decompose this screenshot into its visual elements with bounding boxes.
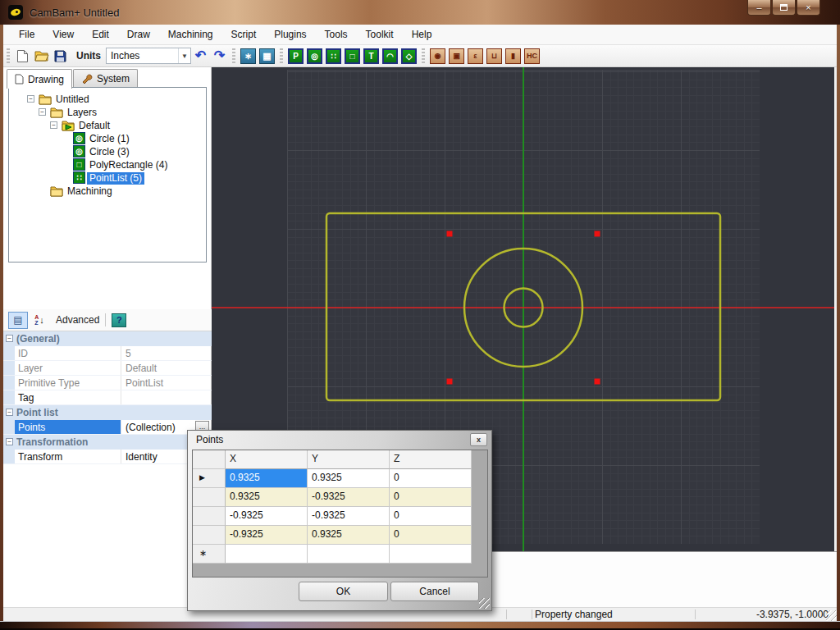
toolbar-grip[interactable] xyxy=(422,48,425,63)
toolbar-grip[interactable] xyxy=(7,48,10,63)
row-selector[interactable] xyxy=(193,488,226,507)
toolbar-grip[interactable] xyxy=(280,48,283,63)
dialog-resize-grip[interactable] xyxy=(479,598,490,609)
draw-circle-button[interactable]: ◎ xyxy=(306,48,323,65)
resize-grip[interactable] xyxy=(826,610,837,621)
menu-edit[interactable]: Edit xyxy=(83,25,118,45)
cell-x[interactable]: 0.9325 xyxy=(226,488,308,507)
maximize-button[interactable] xyxy=(772,0,796,16)
title-bar[interactable]: CamBam+ Untitled – × xyxy=(0,0,840,25)
draw-surface-button[interactable]: ◇ xyxy=(400,48,418,65)
property-row-tag[interactable]: Tag xyxy=(3,390,212,405)
draw-arc-button[interactable]: ◠ xyxy=(381,48,399,65)
menu-toolkit[interactable]: Toolkit xyxy=(357,25,403,45)
cell-z[interactable]: 0 xyxy=(390,507,472,526)
tree-item-default-layer[interactable]: − Default xyxy=(9,119,206,132)
units-select[interactable]: Inches ▼ xyxy=(106,48,191,64)
draw-rectangle-button[interactable]: □ xyxy=(344,48,361,65)
chevron-down-icon[interactable]: ▼ xyxy=(178,48,190,63)
collapse-icon[interactable]: − xyxy=(39,108,46,116)
new-row-indicator[interactable]: ∗ xyxy=(193,545,226,564)
column-header-x[interactable]: X xyxy=(226,450,308,469)
drill-bit-button[interactable]: ▮ xyxy=(504,48,522,65)
cell-z[interactable] xyxy=(390,545,472,564)
engrave-button[interactable]: ε xyxy=(467,48,484,65)
collapse-icon[interactable]: − xyxy=(6,409,13,416)
menu-draw[interactable]: Draw xyxy=(118,25,159,45)
menu-machining[interactable]: Machining xyxy=(159,25,222,45)
alphabetical-sort-button[interactable]: AZ↓ xyxy=(30,312,49,329)
cell-x[interactable]: -0.9325 xyxy=(226,507,308,526)
hc-button[interactable]: HC xyxy=(523,48,541,65)
column-header-z[interactable]: Z xyxy=(390,450,472,469)
tree-item-circle-3[interactable]: ◎ Circle (3) xyxy=(9,145,206,158)
minimize-button[interactable]: – xyxy=(747,0,771,16)
cell-y[interactable]: 0.9325 xyxy=(308,526,390,545)
point-marker[interactable] xyxy=(447,231,453,237)
open-file-button[interactable] xyxy=(33,48,50,65)
menu-plugins[interactable]: Plugins xyxy=(265,25,315,45)
cell-x[interactable] xyxy=(226,545,308,564)
save-file-button[interactable] xyxy=(52,48,69,65)
property-value[interactable] xyxy=(121,390,212,404)
row-selector[interactable] xyxy=(193,526,226,545)
point-marker[interactable] xyxy=(447,379,453,385)
help-button[interactable]: ? xyxy=(112,313,126,327)
tree-item-machining[interactable]: Machining xyxy=(9,185,206,198)
property-row-layer[interactable]: Layer Default xyxy=(3,361,212,376)
draw-text-button[interactable]: T xyxy=(363,48,380,65)
property-row-transform[interactable]: Transform Identity xyxy=(3,450,212,464)
row-selector[interactable] xyxy=(193,507,226,526)
menu-script[interactable]: Script xyxy=(222,25,266,45)
tab-drawing[interactable]: Drawing xyxy=(7,69,72,89)
tree-item-layers[interactable]: − Layers xyxy=(9,106,206,119)
pocket-button[interactable]: ▣ xyxy=(448,48,465,65)
tree-item-pointlist-5[interactable]: ∷ PointList (5) xyxy=(9,171,206,185)
cell-y[interactable]: 0.9325 xyxy=(308,469,390,488)
advanced-button[interactable]: Advanced xyxy=(56,314,99,326)
menu-view[interactable]: View xyxy=(43,25,83,45)
profile-button[interactable]: ⊔ xyxy=(486,48,503,65)
menu-help[interactable]: Help xyxy=(403,25,441,45)
toolbar-grip[interactable] xyxy=(232,48,235,63)
tree-item-untitled[interactable]: − Untitled xyxy=(9,93,206,106)
categorized-view-button[interactable]: ▤ xyxy=(8,312,28,329)
property-row-points[interactable]: Points (Collection) ... xyxy=(3,420,212,435)
drill-button[interactable]: ◉ xyxy=(429,48,446,65)
tree-item-polyrectangle-4[interactable]: □ PolyRectangle (4) xyxy=(9,158,206,171)
point-marker[interactable] xyxy=(595,379,600,385)
cell-z[interactable]: 0 xyxy=(390,488,472,507)
undo-button[interactable]: ↶ xyxy=(192,48,209,65)
collapse-icon[interactable]: − xyxy=(50,121,57,129)
tree-item-circle-1[interactable]: ◎ Circle (1) xyxy=(9,132,206,145)
collapse-icon[interactable]: − xyxy=(6,335,13,342)
collapse-icon[interactable]: − xyxy=(6,438,13,445)
cell-y[interactable]: -0.9325 xyxy=(308,507,390,526)
cell-z[interactable]: 0 xyxy=(390,526,472,545)
grid-toggle-button[interactable]: ▦ xyxy=(258,48,276,65)
tab-system[interactable]: System xyxy=(73,69,138,87)
cell-x[interactable]: -0.9325 xyxy=(226,526,308,545)
property-category-transformation[interactable]: − Transformation xyxy=(3,435,212,450)
menu-tools[interactable]: Tools xyxy=(316,25,357,45)
dialog-title-bar[interactable]: Points xyxy=(188,431,491,449)
redo-button[interactable]: ↷ xyxy=(211,48,228,65)
property-row-id[interactable]: ID 5 xyxy=(3,346,212,361)
draw-points-button[interactable]: ∷ xyxy=(325,48,342,65)
cell-z[interactable]: 0 xyxy=(390,469,472,488)
zoom-extents-button[interactable]: ∗ xyxy=(240,48,257,65)
point-marker[interactable] xyxy=(595,231,600,237)
column-header-y[interactable]: Y xyxy=(308,450,390,469)
property-row-primitive-type[interactable]: Primitive Type PointList xyxy=(3,376,212,390)
current-row-indicator[interactable]: ▶ xyxy=(193,469,226,488)
close-button[interactable]: × xyxy=(797,0,820,16)
new-file-button[interactable] xyxy=(14,48,31,65)
cell-y[interactable] xyxy=(308,545,390,564)
menu-file[interactable]: File xyxy=(10,25,43,45)
ok-button[interactable]: OK xyxy=(299,582,388,601)
collapse-icon[interactable]: − xyxy=(27,95,34,103)
property-category-point-list[interactable]: − Point list xyxy=(3,405,212,420)
cell-x[interactable]: 0.9325 xyxy=(226,469,308,488)
draw-polyline-button[interactable]: P xyxy=(287,48,304,65)
cell-y[interactable]: -0.9325 xyxy=(308,488,390,507)
